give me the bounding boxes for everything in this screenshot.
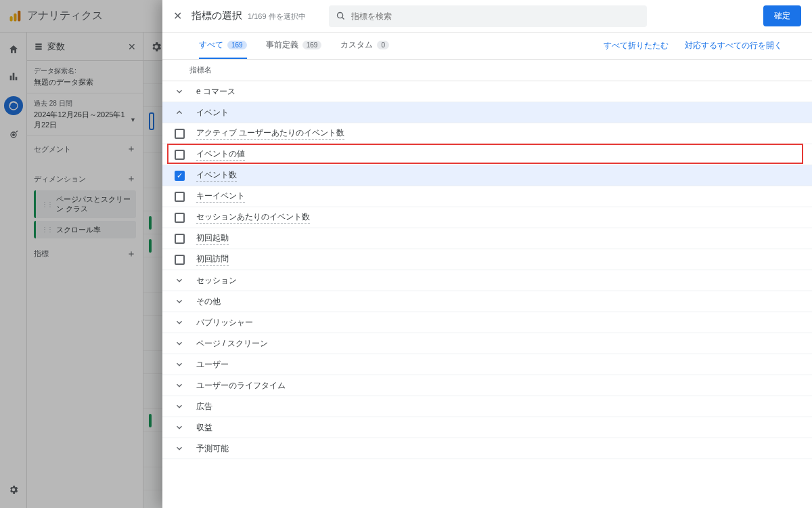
metric-group-row[interactable]: ユーザー bbox=[162, 354, 812, 375]
metric-group-row[interactable]: ページ / スクリーン bbox=[162, 333, 812, 354]
tab-custom[interactable]: カスタム 0 bbox=[340, 33, 389, 59]
modal-tabs: すべて 169 事前定義 169 カスタム 0 すべて折りたたむ 対応するすべて… bbox=[162, 33, 812, 60]
dimension-header-label: ディメンション bbox=[34, 174, 86, 184]
metric-group-row[interactable]: パブリッシャー bbox=[162, 312, 812, 333]
collapse-all-link[interactable]: すべて折りたたむ bbox=[604, 40, 669, 51]
metric-group-label: e コマース bbox=[196, 86, 235, 98]
metric-group-label: その他 bbox=[196, 296, 221, 308]
variables-panel-title: 変数 bbox=[34, 41, 65, 53]
modal-close-button[interactable]: ✕ bbox=[173, 9, 182, 22]
metric-picker-modal: ✕ 指標の選択 1/169 件を選択中 確定 すべて 169 事前定義 169 … bbox=[162, 0, 812, 508]
metric-group-row[interactable]: イベント bbox=[162, 102, 812, 123]
metric-checkbox[interactable] bbox=[172, 255, 187, 265]
metric-item-label: アクティブ ユーザーあたりのイベント数 bbox=[196, 127, 344, 140]
chevron-down-icon bbox=[172, 297, 187, 306]
metric-group-label: セッション bbox=[196, 275, 237, 287]
metric-checkbox[interactable] bbox=[172, 150, 187, 160]
svg-line-13 bbox=[342, 18, 344, 20]
svg-rect-3 bbox=[9, 76, 12, 81]
metric-item-row[interactable]: キーイベント bbox=[162, 186, 812, 207]
tab-custom-label: カスタム bbox=[340, 39, 373, 51]
metric-item-label: イベント数 bbox=[196, 169, 237, 182]
metric-item-label: 初回起動 bbox=[196, 232, 229, 245]
modal-title: 指標の選択 bbox=[191, 9, 242, 22]
nav-settings-icon[interactable] bbox=[6, 482, 21, 497]
metric-group-row[interactable]: その他 bbox=[162, 291, 812, 312]
metric-group-row[interactable]: 広告 bbox=[162, 396, 812, 417]
add-segment-button[interactable]: ＋ bbox=[127, 143, 136, 155]
metric-item-row[interactable]: 初回起動 bbox=[162, 228, 812, 249]
drag-handle-icon: ⋮⋮ bbox=[41, 200, 52, 209]
metric-group-row[interactable]: ユーザーのライフタイム bbox=[162, 375, 812, 396]
date-range-value: 2024年12月26日～2025年1月22日 bbox=[34, 110, 127, 130]
metric-item-label: キーイベント bbox=[196, 190, 245, 203]
dimension-chip-label: ページパスとスクリーン クラス bbox=[56, 194, 131, 214]
add-metric-button[interactable]: ＋ bbox=[127, 248, 136, 260]
tab-predefined-badge: 169 bbox=[302, 41, 322, 49]
metric-search-input[interactable] bbox=[351, 12, 640, 21]
dimension-chip[interactable]: ⋮⋮スクロール率 bbox=[34, 221, 136, 238]
tab-all-label: すべて bbox=[199, 39, 223, 51]
nav-home-icon[interactable] bbox=[6, 42, 21, 57]
nav-reports-icon[interactable] bbox=[6, 69, 21, 84]
date-range-section[interactable]: 過去 28 日間 2024年12月26日～2025年1月22日 ▼ bbox=[27, 93, 143, 136]
exploration-name-label: データ探索名: bbox=[34, 66, 136, 76]
metric-group-label: 収益 bbox=[196, 422, 212, 433]
metric-item-row[interactable]: ✓イベント数 bbox=[162, 165, 812, 186]
chevron-down-icon bbox=[172, 318, 187, 327]
exploration-name-value: 無題のデータ探索 bbox=[34, 77, 136, 87]
modal-selection-count: 1/169 件を選択中 bbox=[248, 12, 306, 22]
modal-header: ✕ 指標の選択 1/169 件を選択中 確定 bbox=[162, 0, 812, 33]
metric-group-label: ページ / スクリーン bbox=[196, 338, 268, 350]
add-dimension-button[interactable]: ＋ bbox=[127, 173, 136, 185]
metric-header: 指標 ＋ bbox=[27, 241, 143, 263]
metric-search-box[interactable] bbox=[329, 5, 647, 27]
metric-group-label: イベント bbox=[196, 107, 229, 119]
svg-rect-5 bbox=[15, 77, 17, 81]
chevron-down-icon bbox=[172, 360, 187, 369]
tab-all[interactable]: すべて 169 bbox=[199, 33, 247, 59]
expand-matching-link[interactable]: 対応するすべての行を開く bbox=[685, 40, 782, 51]
chevron-up-icon bbox=[172, 108, 187, 117]
metric-group-row[interactable]: セッション bbox=[162, 270, 812, 291]
metric-checkbox[interactable]: ✓ bbox=[172, 171, 187, 181]
metric-item-row[interactable]: アクティブ ユーザーあたりのイベント数 bbox=[162, 123, 812, 144]
metric-group-row[interactable]: 予測可能 bbox=[162, 438, 812, 459]
segment-header: セグメント ＋ bbox=[27, 136, 143, 158]
metric-checkbox[interactable] bbox=[172, 129, 187, 139]
exploration-name-section[interactable]: データ探索名: 無題のデータ探索 bbox=[27, 61, 143, 93]
metric-item-row[interactable]: 初回訪問 bbox=[162, 249, 812, 270]
metric-checkbox[interactable] bbox=[172, 234, 187, 244]
tab-custom-badge: 0 bbox=[377, 41, 389, 49]
nav-explore-icon[interactable] bbox=[4, 96, 23, 115]
date-range-label: 過去 28 日間 bbox=[34, 99, 136, 108]
svg-rect-1 bbox=[14, 13, 16, 21]
nav-ads-icon[interactable] bbox=[6, 127, 21, 142]
ga-logo-icon bbox=[8, 9, 22, 23]
variables-panel: 変数 ✕ データ探索名: 無題のデータ探索 過去 28 日間 2024年12月2… bbox=[27, 33, 143, 508]
metric-item-label: イベントの値 bbox=[196, 148, 245, 161]
metric-item-label: セッションあたりのイベント数 bbox=[196, 211, 310, 224]
dimension-chip[interactable]: ⋮⋮ページパスとスクリーン クラス bbox=[34, 190, 136, 218]
metric-checkbox[interactable] bbox=[172, 192, 187, 202]
variables-close-icon[interactable]: ✕ bbox=[128, 41, 136, 52]
metric-checkbox[interactable] bbox=[172, 213, 187, 223]
metric-group-row[interactable]: 収益 bbox=[162, 417, 812, 438]
confirm-button[interactable]: 確定 bbox=[763, 5, 801, 26]
chevron-down-icon bbox=[172, 423, 187, 432]
variables-title-text: 変数 bbox=[47, 41, 65, 53]
settings-gear-icon[interactable] bbox=[150, 41, 162, 53]
metric-group-label: ユーザーのライフタイム bbox=[196, 380, 286, 391]
metric-group-label: 予測可能 bbox=[196, 443, 229, 454]
tab-predefined-label: 事前定義 bbox=[266, 39, 298, 51]
metric-group-row[interactable]: e コマース bbox=[162, 81, 812, 102]
chevron-down-icon bbox=[172, 444, 187, 453]
metric-list: e コマースイベントアクティブ ユーザーあたりのイベント数イベントの値✓イベント… bbox=[162, 81, 812, 508]
svg-rect-2 bbox=[18, 10, 20, 21]
svg-rect-0 bbox=[10, 16, 13, 22]
segment-header-label: セグメント bbox=[34, 144, 71, 154]
search-icon bbox=[336, 11, 346, 21]
metric-item-row[interactable]: セッションあたりのイベント数 bbox=[162, 207, 812, 228]
metric-item-row[interactable]: イベントの値 bbox=[162, 144, 812, 165]
tab-predefined[interactable]: 事前定義 169 bbox=[266, 33, 322, 59]
